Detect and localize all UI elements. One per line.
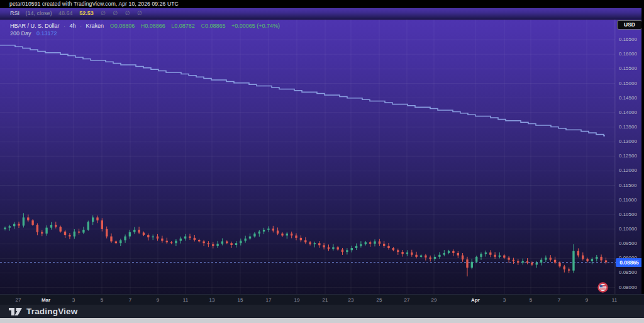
time-axis-label: 13 <box>209 297 215 303</box>
legend-separator: · <box>64 23 65 29</box>
time-axis-label: 7 <box>558 297 560 303</box>
window-right-edge <box>641 8 644 294</box>
time-axis[interactable]: 27Mar357911131517192123252729Apr357911 <box>0 294 644 305</box>
time-axis-label: 27 <box>404 297 410 303</box>
ma-200-line <box>0 45 605 136</box>
time-axis-label: 11 <box>612 297 617 303</box>
footer-bar: TradingView <box>0 305 644 318</box>
interval-label: 4h <box>70 23 76 29</box>
rsi-hidden-value-icon: ∅ <box>113 10 118 16</box>
time-axis-label: 19 <box>294 297 300 303</box>
close-value: 0.08865 <box>205 23 226 29</box>
attribution-text: petar010591 created with TradingView.com… <box>9 1 179 7</box>
time-axis-label: Apr <box>471 297 480 303</box>
last-price-tag: 0.08865 <box>616 258 643 267</box>
attribution-bar: petar010591 created with TradingView.com… <box>0 0 644 8</box>
rsi-prev-value: 48.64 <box>58 10 73 16</box>
price-axis-label: 0.11000 <box>619 197 641 203</box>
low-value: 0.08782 <box>174 23 195 29</box>
legend-separator: · <box>80 23 82 29</box>
price-axis-label: 0.12000 <box>619 167 641 173</box>
ma-value: 0.13172 <box>36 30 57 37</box>
time-axis-label: 17 <box>266 297 272 303</box>
time-axis-label: 9 <box>157 297 159 303</box>
tradingview-brand-text[interactable]: TradingView <box>26 307 77 316</box>
rsi-hidden-value-icon: ∅ <box>137 10 142 16</box>
time-axis-label: 9 <box>586 297 588 303</box>
change-value: +0.00065 (+0.74%) <box>231 23 280 29</box>
time-axis-label: 3 <box>72 297 75 303</box>
rsi-label: RSI <box>10 10 19 16</box>
time-axis-label: 21 <box>323 297 328 303</box>
time-axis-label: Mar <box>42 297 50 303</box>
open-value: 0.08806 <box>114 23 135 29</box>
tradingview-logo-icon[interactable] <box>9 307 22 316</box>
price-axis-label: 0.13500 <box>619 124 641 130</box>
ma-legend[interactable]: 200 Day 0.13172 <box>10 30 57 37</box>
rsi-current-value: 52.53 <box>79 10 94 16</box>
close-label: C <box>201 23 205 29</box>
price-axis-label: 0.12500 <box>619 153 641 159</box>
time-axis-label: 27 <box>16 297 21 303</box>
rsi-pane[interactable]: RSI (14, close) 48.64 52.53 ∅ ∅ ∅ ∅ <box>0 8 641 20</box>
currency-toggle-button[interactable]: USD <box>617 20 642 30</box>
price-axis-label: 0.08500 <box>619 269 641 275</box>
price-axis-label: 0.08000 <box>619 285 641 290</box>
exchange-label: Kraken <box>86 23 104 29</box>
time-axis-label: 3 <box>503 297 506 303</box>
time-axis-label: 5 <box>101 297 103 303</box>
rsi-hidden-value-icon: ∅ <box>125 10 130 16</box>
tradingview-snapshot: petar010591 created with TradingView.com… <box>0 0 644 323</box>
high-value: 0.08866 <box>145 23 165 29</box>
time-axis-label: 15 <box>238 297 243 303</box>
open-label: O <box>110 23 114 29</box>
time-axis-label: 5 <box>530 297 532 303</box>
high-label: H <box>141 23 145 29</box>
rsi-hidden-value-icon: ∅ <box>101 10 106 16</box>
price-axis-label: 0.13000 <box>619 139 641 144</box>
price-axis-label: 0.10000 <box>619 226 641 232</box>
us-flag-event-icon[interactable] <box>597 282 608 293</box>
time-axis-label: 29 <box>431 297 437 303</box>
price-axis-label: 0.16500 <box>619 37 641 42</box>
time-axis-label: 25 <box>377 297 382 303</box>
price-axis-label: 0.09500 <box>619 241 641 246</box>
price-axis-label: 0.15000 <box>619 81 641 86</box>
bottom-window-strip <box>0 318 644 323</box>
price-axis-label: 0.14000 <box>619 110 641 115</box>
price-axis-label: 0.10500 <box>619 212 641 217</box>
price-axis-label: 0.15500 <box>619 65 641 71</box>
price-axis-label: 0.16000 <box>619 51 641 57</box>
candlestick-chart-canvas[interactable] <box>0 20 641 294</box>
main-chart-pane[interactable]: HBAR / U. S. Dollar · 4h · Kraken O0.088… <box>0 20 641 294</box>
ma-label: 200 Day <box>10 30 31 37</box>
price-axis-label: 0.14500 <box>619 95 641 101</box>
time-axis-label: 11 <box>183 297 188 303</box>
rsi-params: (14, close) <box>26 10 52 16</box>
low-label: L <box>171 23 174 29</box>
time-axis-label: 23 <box>348 297 354 303</box>
time-axis-label: 7 <box>129 297 131 303</box>
rsi-legend[interactable]: RSI (14, close) 48.64 52.53 ∅ ∅ ∅ ∅ <box>10 10 142 16</box>
symbol-legend[interactable]: HBAR / U. S. Dollar · 4h · Kraken O0.088… <box>10 23 280 29</box>
candles-layer <box>4 213 607 277</box>
price-axis-label: 0.11500 <box>619 183 641 188</box>
symbol-title: HBAR / U. S. Dollar <box>10 23 60 29</box>
